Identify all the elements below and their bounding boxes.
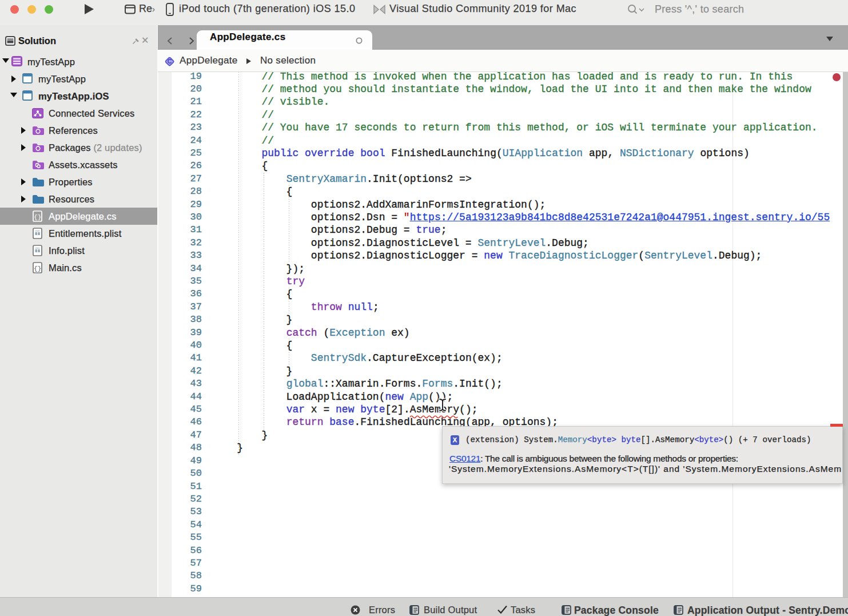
svg-text:{}: {} <box>34 265 42 272</box>
svg-text:C: C <box>168 58 172 65</box>
svg-text:{}: {} <box>34 214 42 221</box>
